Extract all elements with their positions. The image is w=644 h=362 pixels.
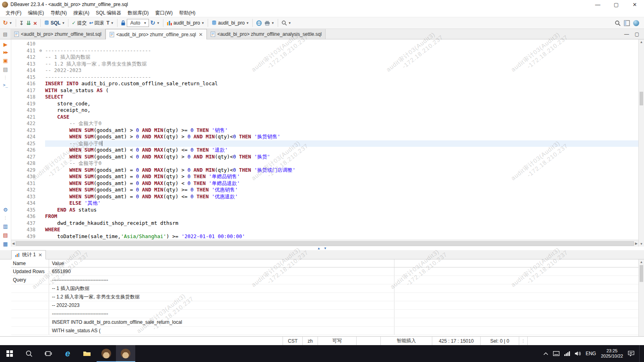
- close-tab-icon[interactable]: ✕: [38, 252, 42, 258]
- scroll-right-icon[interactable]: ▶: [635, 242, 638, 245]
- save-script-icon[interactable]: ▤: [3, 232, 8, 238]
- line-number[interactable]: 425: [11, 140, 39, 147]
- explain-plan-icon[interactable]: ▤: [3, 67, 8, 72]
- network-icon[interactable]: [564, 351, 570, 356]
- code-line[interactable]: 429 WHEN SUM(goods_amt) = 0 AND MAX(qty)…: [11, 167, 638, 174]
- fetch-button[interactable]: ↧: [18, 18, 25, 28]
- menu-sql-editor[interactable]: SQL 编辑器: [93, 10, 124, 16]
- code-line[interactable]: 424 WHEN SUM(goods_amt) > 0 AND MAX(qty)…: [11, 134, 638, 140]
- scroll-up-icon[interactable]: ▲: [639, 260, 644, 264]
- tray-expand-icon[interactable]: [543, 352, 548, 355]
- results-scrollbar[interactable]: ▲: [638, 259, 644, 336]
- minimize-button[interactable]: —: [588, 0, 607, 9]
- table-row[interactable]: -----------------------------------: [11, 310, 644, 318]
- code-line[interactable]: 415-----------------------------------: [11, 74, 638, 81]
- code-line[interactable]: 430 WHEN SUM(goods_amt) = 0 AND MIN(qty)…: [11, 173, 638, 180]
- line-number[interactable]: 411: [11, 47, 39, 54]
- code-line[interactable]: 414-- 2022-2023: [11, 67, 638, 74]
- line-number[interactable]: 439: [11, 233, 39, 240]
- export-results-icon[interactable]: ▥: [3, 224, 8, 229]
- dbeaver-taskbar-button-active[interactable]: [116, 345, 135, 362]
- close-button[interactable]: ✕: [625, 0, 644, 9]
- column-header-value[interactable]: Value: [49, 259, 394, 267]
- tab-zhumr-offline-pre[interactable]: <audit_bi_pro> zhumr_offline_pre.sql ✕: [105, 29, 207, 39]
- line-number[interactable]: 438: [11, 226, 39, 233]
- maximize-button[interactable]: ▢: [607, 0, 625, 9]
- language-indicator[interactable]: ENG: [586, 351, 596, 356]
- show-desktop-button[interactable]: [639, 345, 642, 362]
- line-number[interactable]: 419: [11, 101, 39, 107]
- internet-explorer-button[interactable]: e: [58, 345, 77, 362]
- sql-console-icon[interactable]: >_: [3, 83, 8, 87]
- grid-view-icon[interactable]: ▦: [3, 241, 8, 247]
- status-language[interactable]: zh: [302, 337, 318, 345]
- code-line[interactable]: 427 WHEN SUM(goods_amt) < 0 AND MAX(qty)…: [11, 154, 638, 160]
- menu-help[interactable]: 帮助(H): [176, 10, 199, 16]
- transaction-mode-button[interactable]: T▼: [105, 18, 115, 28]
- code-line[interactable]: 413-- 1.2 插入非海一家，非男生女生换货数据: [11, 61, 638, 68]
- recent-editor-button[interactable]: ↻▼: [2, 18, 14, 28]
- line-number[interactable]: 429: [11, 167, 39, 174]
- tab-zhumr-offline-test[interactable]: <audit_bi_pro> zhumr_offline_test.sql: [10, 29, 105, 39]
- table-row[interactable]: Updated Rows6551890: [11, 267, 644, 276]
- code-line[interactable]: 411⊖-----------------------------------: [11, 47, 638, 54]
- line-number[interactable]: 421: [11, 114, 39, 121]
- line-number[interactable]: 422: [11, 120, 39, 127]
- line-number[interactable]: 418: [11, 94, 39, 101]
- scroll-down-icon[interactable]: ▼: [639, 242, 644, 246]
- code-line[interactable]: 431 WHEN SUM(goods_amt) = 0 AND MAX(qty)…: [11, 180, 638, 187]
- file-explorer-button[interactable]: [77, 345, 97, 362]
- rollback-button[interactable]: ↩回滚: [88, 18, 105, 28]
- autocommit-select[interactable]: Auto▼: [127, 19, 149, 27]
- taskbar-clock[interactable]: 23:25 2025/10/22: [601, 348, 623, 359]
- menu-search[interactable]: 搜索(A): [70, 10, 93, 16]
- code-line[interactable]: 432 WHEN SUM(goods_amt) = 0 AND MIN(qty)…: [11, 187, 638, 193]
- menu-window[interactable]: 窗口(W): [152, 10, 176, 16]
- line-number[interactable]: 428: [11, 160, 39, 167]
- code-line[interactable]: 422 -- 金额大于0: [11, 120, 638, 127]
- line-number[interactable]: 412: [11, 54, 39, 61]
- tab-zhumr-offline-analysis-settle[interactable]: <audit_bi_pro> zhumr_offline_analysis_se…: [207, 29, 326, 39]
- hscroll-thumb[interactable]: [16, 241, 634, 246]
- toolbar-search-button[interactable]: ▼: [280, 18, 293, 28]
- fold-marker-icon[interactable]: ⊖: [39, 47, 45, 54]
- editor-list-icon[interactable]: ▤: [0, 29, 10, 39]
- horizontal-scrollbar[interactable]: ◀ ▶: [11, 240, 638, 247]
- line-number[interactable]: 437: [11, 220, 39, 227]
- settings-gear-icon[interactable]: ⚙: [3, 207, 8, 212]
- code-line[interactable]: 410: [11, 41, 638, 47]
- notification-center-icon[interactable]: [628, 351, 634, 356]
- line-number[interactable]: 435: [11, 207, 39, 214]
- perspective-icon[interactable]: [624, 20, 630, 26]
- code-line[interactable]: 416INSERT INTO audit_bi_pro.custom_offli…: [11, 80, 638, 87]
- sql-dialect-button[interactable]: SQL ▼: [43, 18, 66, 28]
- code-line[interactable]: 439 toDateTime(sale_time,'Asia/Shanghai'…: [11, 233, 638, 240]
- vscroll-thumb[interactable]: [640, 92, 643, 105]
- line-number[interactable]: 417: [11, 87, 39, 94]
- line-number[interactable]: 436: [11, 213, 39, 220]
- line-number[interactable]: 423: [11, 127, 39, 134]
- line-number[interactable]: 432: [11, 187, 39, 193]
- status-timezone[interactable]: CST: [283, 337, 302, 345]
- dbeaver-taskbar-button[interactable]: [97, 345, 116, 362]
- touch-keyboard-icon[interactable]: [553, 351, 559, 356]
- code-line[interactable]: 419 store_code,: [11, 101, 638, 107]
- line-number[interactable]: 430: [11, 173, 39, 180]
- database-select[interactable]: audit_bi_pro ▼: [210, 18, 250, 28]
- code-line[interactable]: 435 END AS status: [11, 207, 638, 214]
- code-line[interactable]: 425 -- 金额小于0: [11, 140, 638, 147]
- line-number[interactable]: 410: [11, 41, 39, 47]
- execute-new-tab-icon[interactable]: ▣: [3, 58, 8, 63]
- start-button[interactable]: [0, 345, 19, 362]
- status-overflow-icon[interactable]: ⋮: [519, 337, 527, 345]
- code-line[interactable]: 426 WHEN SUM(goods_amt) < 0 AND MAX(qty)…: [11, 147, 638, 154]
- vertical-scrollbar[interactable]: ▲ ▼: [638, 39, 644, 247]
- code-line[interactable]: 438WHERE: [11, 226, 638, 233]
- dbeaver-pro-icon[interactable]: [633, 20, 639, 26]
- code-line[interactable]: 437 dwd_trade_hkaudit_shop_receipt_mt dt…: [11, 220, 638, 227]
- menu-edit[interactable]: 编辑(E): [25, 10, 47, 16]
- menu-database[interactable]: 数据库(D): [124, 10, 152, 16]
- lock-button[interactable]: [120, 18, 127, 28]
- execute-script-icon[interactable]: ▶▶: [4, 51, 8, 54]
- taskbar-search-button[interactable]: [19, 345, 39, 362]
